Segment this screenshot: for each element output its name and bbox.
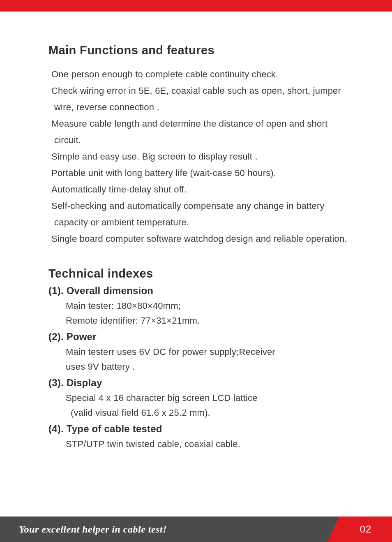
feature-item: Portable unit with long battery life (wa…	[54, 165, 355, 181]
content-area: Main Functions and features One person e…	[0, 12, 392, 517]
tech-label: (1). Overall dimension	[48, 283, 355, 299]
footer-tagline: Your excellent helper in cable test!	[0, 524, 167, 535]
heading-technical-indexes: Technical indexes	[48, 267, 355, 280]
page-number-box: 02	[339, 517, 392, 542]
tech-line: STP/UTP twin twisted cable, coaxial cabl…	[66, 437, 355, 452]
tech-line: Remote identifier: 77×31×21mm.	[66, 313, 355, 328]
tech-line: Main tester: 180×80×40mm;	[66, 299, 355, 313]
tech-body: STP/UTP twin twisted cable, coaxial cabl…	[48, 437, 355, 452]
tech-line: (valid visual field 61.6 x 25.2 mm).	[66, 405, 355, 420]
tech-item-display: (3). Display Special 4 x 16 character bi…	[48, 375, 355, 420]
tech-line: uses 9V battery .	[66, 359, 355, 374]
page-number: 02	[360, 523, 372, 535]
top-red-bar	[0, 0, 392, 12]
tech-label: (3). Display	[48, 375, 355, 391]
feature-item: One person enough to complete cable cont…	[54, 66, 355, 83]
feature-item: Self-checking and automatically compensa…	[54, 198, 355, 231]
tech-body: Main testerr uses 6V DC for power supply…	[48, 345, 355, 374]
tech-item-dimension: (1). Overall dimension Main tester: 180×…	[48, 283, 355, 328]
feature-item: Check wiring error in 5E, 6E, coaxial ca…	[54, 83, 355, 116]
feature-item: Automatically time-delay shut off.	[54, 181, 355, 198]
heading-main-functions: Main Functions and features	[48, 44, 355, 57]
features-list: One person enough to complete cable cont…	[48, 66, 355, 247]
feature-item: Simple and easy use. Big screen to displ…	[54, 148, 355, 165]
footer-bar: Your excellent helper in cable test! 02	[0, 517, 392, 542]
tech-item-power: (2). Power Main testerr uses 6V DC for p…	[48, 329, 355, 374]
tech-label: (4). Type of cable tested	[48, 421, 355, 437]
tech-label: (2). Power	[48, 329, 355, 345]
tech-body: Special 4 x 16 character big screen LCD …	[48, 391, 355, 420]
tech-body: Main tester: 180×80×40mm; Remote identif…	[48, 299, 355, 328]
feature-item: Measure cable length and determine the d…	[54, 116, 355, 148]
tech-line: Main testerr uses 6V DC for power supply…	[66, 345, 355, 359]
feature-item: Single board computer software watchdog …	[54, 231, 355, 247]
tech-item-cable-type: (4). Type of cable tested STP/UTP twin t…	[48, 421, 355, 452]
tech-line: Special 4 x 16 character big screen LCD …	[66, 391, 355, 405]
page-container: Main Functions and features One person e…	[0, 0, 392, 542]
